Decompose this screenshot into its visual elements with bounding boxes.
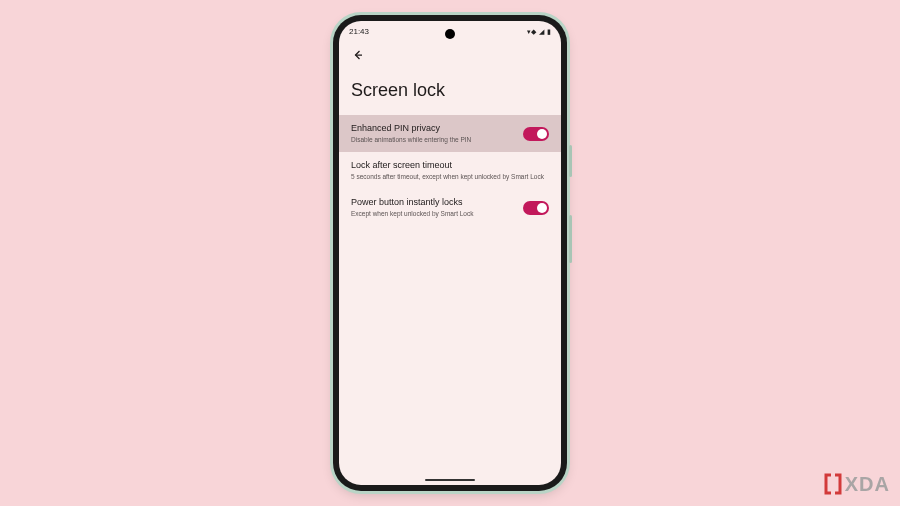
setting-title: Power button instantly locks	[351, 197, 513, 209]
setting-text: Power button instantly locks Except when…	[351, 197, 513, 218]
toggle-thumb	[537, 129, 547, 139]
setting-subtitle: Disable animations while entering the PI…	[351, 136, 513, 144]
setting-enhanced-pin-privacy[interactable]: Enhanced PIN privacy Disable animations …	[339, 115, 561, 152]
watermark: XDA	[824, 472, 890, 496]
setting-subtitle: 5 seconds after timeout, except when kep…	[351, 173, 549, 181]
camera-notch	[445, 29, 455, 39]
setting-text: Enhanced PIN privacy Disable animations …	[351, 123, 513, 144]
screen: 21:43 ▾◆ ◢ ▮ Screen lock Enhanced PIN pr…	[339, 21, 561, 485]
toggle-thumb	[537, 203, 547, 213]
home-indicator[interactable]	[425, 479, 475, 481]
setting-title: Lock after screen timeout	[351, 160, 549, 172]
wifi-icon: ▾◆	[527, 28, 536, 36]
xda-bracket-icon	[824, 472, 842, 496]
setting-title: Enhanced PIN privacy	[351, 123, 513, 135]
phone-power-button	[569, 145, 572, 177]
top-bar	[339, 38, 561, 66]
arrow-left-icon	[352, 49, 364, 61]
toggle-power-button-locks[interactable]	[523, 201, 549, 215]
signal-icon: ◢	[539, 28, 544, 36]
setting-subtitle: Except when kept unlocked by Smart Lock	[351, 210, 513, 218]
page-title: Screen lock	[339, 66, 561, 115]
phone-volume-button	[569, 215, 572, 263]
setting-power-button-locks[interactable]: Power button instantly locks Except when…	[339, 189, 561, 226]
setting-text: Lock after screen timeout 5 seconds afte…	[351, 160, 549, 181]
back-button[interactable]	[351, 48, 365, 62]
battery-icon: ▮	[547, 28, 551, 36]
status-icons: ▾◆ ◢ ▮	[527, 28, 551, 36]
phone-frame: 21:43 ▾◆ ◢ ▮ Screen lock Enhanced PIN pr…	[333, 15, 567, 491]
setting-lock-after-timeout[interactable]: Lock after screen timeout 5 seconds afte…	[339, 152, 561, 189]
status-time: 21:43	[349, 27, 369, 36]
watermark-text: XDA	[845, 473, 890, 496]
toggle-enhanced-pin-privacy[interactable]	[523, 127, 549, 141]
